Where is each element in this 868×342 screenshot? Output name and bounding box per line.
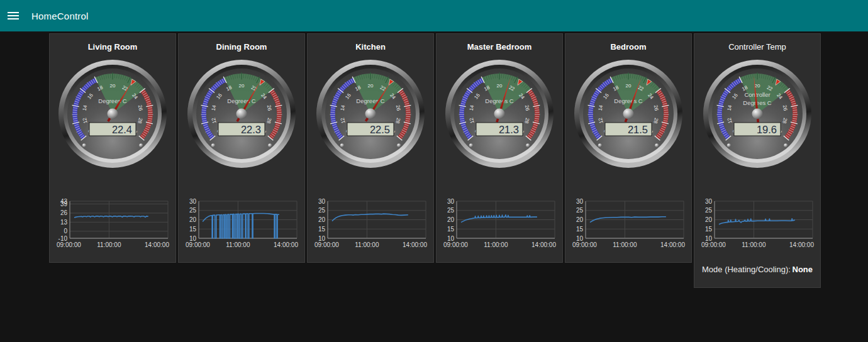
temperature-history-chart: 302520151009:00:0011:00:0014:00:00 [440,197,559,251]
app-title: HomeControl [31,11,89,21]
chart-x-tick-label: 11:00:00 [484,241,508,248]
gauge-screw-icon [727,143,731,147]
panel-title: Bedroom [565,42,691,52]
chart-y-tick-label: 20 [189,216,197,223]
gauge-scale-number: 20 [755,83,760,89]
gauge-screw-icon [469,143,473,147]
gauge-screw-icon [784,143,787,147]
gauge-screw-icon [598,143,602,147]
panel-title: Dining Room [179,42,304,52]
gauge-hub [494,109,505,119]
chart-y-tick-label: 0 [64,228,67,234]
chart-x-tick-label: 09:00:00 [572,241,597,248]
gauge-screw-icon [526,143,530,147]
panels-row: Living Room 1012141618202224262830Degree… [0,31,868,288]
gauge-unit-label: Degrees C [227,97,256,104]
chart-y-tick-label: 25 [447,207,455,214]
panel-title: Controller Temp [694,42,820,52]
gauge-scale-number: 20 [368,83,374,89]
gauge-scale-number: 20 [497,83,503,89]
gauge-hub [365,109,376,119]
chart-y-tick-label: 25 [189,207,197,214]
chart-temperature-line [461,215,537,223]
chart-y-tick-label: 15 [189,226,197,233]
chart-x-tick-label: 11:00:00 [613,241,637,248]
gauge-hub [752,109,763,119]
temperature-history-chart: 302520151009:00:0011:00:0014:00:00 [569,197,688,251]
chart-y-tick-label: 15 [705,226,713,233]
gauge-scale-number: 20 [626,83,632,89]
gauge-unit-label: Degrees C [614,97,643,104]
panel-master-bedroom: Master Bedroom 1012141618202224262830Deg… [436,33,563,263]
gauge-lcd-value: 21.5 [628,124,648,135]
chart-x-tick-label: 09:00:00 [57,241,81,248]
chart-x-tick-label: 14:00:00 [145,241,169,248]
chart-x-tick-label: 11:00:00 [97,241,121,248]
chart-x-tick-label: 09:00:00 [701,241,726,248]
app-header: HomeControl [0,0,868,31]
gauge-lcd-value: 22.3 [241,124,261,135]
chart-y-tick-label: 10 [705,235,713,242]
chart-y-tick-label: 30 [447,198,455,205]
mode-value: None [793,265,813,274]
gauge-screw-icon [397,143,401,147]
chart-y-tick-label: 20 [705,216,713,223]
temperature-gauge: 1012141618202224262830Degrees C21.3 [438,55,561,179]
chart-y-tick-label: 10 [318,235,326,242]
chart-y-tick-label: 15 [447,226,455,233]
chart-y-tick-label: 20 [447,216,455,223]
temperature-gauge: 1012141618202224262830Degrees C22.4 [51,55,174,179]
temperature-history-chart: 433926130-1009:00:0011:00:0014:00:00 [53,197,172,251]
chart-y-tick-label: 20 [318,216,326,223]
hamburger-menu-icon[interactable] [8,9,24,22]
chart-y-tick-label: 25 [318,207,326,214]
chart-y-tick-label: 15 [576,226,584,233]
chart-x-tick-label: 14:00:00 [531,241,556,248]
gauge-screw-icon [211,143,215,147]
temperature-history-chart: 302520151009:00:0011:00:0014:00:00 [698,197,817,251]
temperature-history-chart: 302520151009:00:0011:00:0014:00:00 [182,197,301,251]
chart-temperature-line [203,214,279,239]
gauge-lcd-value: 19.6 [757,124,777,135]
mode-label: Mode (Heating/Cooling): [702,265,791,274]
panel-title: Living Room [50,42,175,52]
chart-y-tick-label: 26 [60,209,68,216]
chart-x-tick-label: 09:00:00 [186,241,210,248]
chart-x-tick-label: 11:00:00 [355,241,379,248]
gauge-scale-number: 20 [239,83,245,89]
gauge-screw-icon [655,143,659,147]
gauge-hub [108,109,118,119]
chart-y-tick-label: 30 [189,198,197,205]
gauge-hub [623,109,634,119]
gauge-screw-icon [340,143,344,147]
chart-x-tick-label: 09:00:00 [314,241,339,248]
chart-temperature-line [74,216,148,218]
gauge-screw-icon [82,143,86,147]
chart-y-tick-label: 15 [318,226,326,233]
temperature-history-chart: 302520151009:00:0011:00:0014:00:00 [311,197,430,251]
chart-y-tick-label: 25 [705,207,713,214]
chart-y-tick-label: 30 [705,198,713,205]
gauge-unit-label: Controller [744,91,770,98]
chart-y-tick-label: 13 [60,219,68,226]
temperature-gauge: 1012141618202224262830Degrees C21.5 [567,55,690,179]
panel-title: Kitchen [308,42,433,52]
gauge-scale-number: 20 [110,83,116,89]
gauge-unit-label: Degrees C [485,97,514,104]
chart-x-tick-label: 11:00:00 [226,241,250,248]
panel-controller-temp: Controller Temp 1012141618202224262830Co… [694,33,821,288]
chart-x-tick-label: 14:00:00 [660,241,685,248]
gauge-screw-icon [139,143,143,147]
gauge-lcd-value: 22.4 [112,124,132,135]
panel-dining-room: Dining Room 1012141618202224262830Degree… [178,33,305,263]
panel-bedroom: Bedroom 1012141618202224262830Degrees C2… [565,33,692,263]
chart-y-tick-label: 20 [576,216,584,223]
panel-living-room: Living Room 1012141618202224262830Degree… [49,33,176,263]
chart-y-tick-label: 30 [576,198,584,205]
chart-y-tick-label: 10 [189,235,197,242]
chart-x-tick-label: 14:00:00 [789,241,814,248]
gauge-unit-label: Degrees C [98,97,127,104]
panel-kitchen: Kitchen 1012141618202224262830Degrees C2… [307,33,434,263]
gauge-screw-icon [268,143,272,147]
chart-y-tick-label: 25 [576,207,584,214]
